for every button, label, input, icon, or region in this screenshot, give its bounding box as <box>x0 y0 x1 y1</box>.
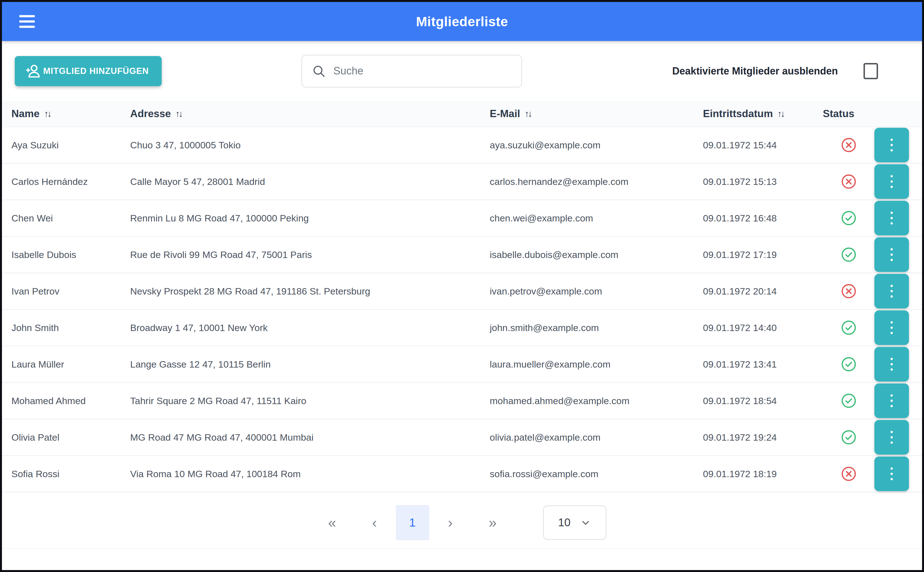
member-list-app: Mitgliederliste MITGLIED HINZUFÜGEN Deak… <box>0 0 924 572</box>
cell-address: Broadway 1 47, 10001 New York <box>130 322 490 333</box>
column-header-label: Status <box>823 108 854 120</box>
cell-joined-date: 09.01.1972 14:40 <box>703 322 823 333</box>
chevron-down-icon <box>580 517 591 528</box>
cell-address: Lange Gasse 12 47, 10115 Berlin <box>130 359 490 370</box>
cell-joined-date: 09.01.1972 17:19 <box>703 249 823 260</box>
cell-joined-date: 09.01.1972 18:19 <box>703 468 823 479</box>
cell-status <box>823 283 874 299</box>
table-row: Olivia Patel MG Road 47 MG Road 47, 4000… <box>2 420 922 456</box>
cell-actions <box>874 347 922 381</box>
cell-email: carlos.hernandez@example.com <box>490 176 703 187</box>
cell-actions <box>874 128 922 162</box>
check-circle-icon <box>841 356 857 372</box>
cell-actions <box>874 164 922 199</box>
row-menu-button[interactable] <box>874 274 909 308</box>
check-circle-icon <box>841 393 857 409</box>
cell-name: Olivia Patel <box>11 432 130 443</box>
column-header[interactable]: E-Mail ↑↓ <box>490 108 703 120</box>
cell-email: isabelle.dubois@example.com <box>490 249 703 260</box>
x-circle-icon <box>841 283 857 299</box>
cell-joined-date: 09.01.1972 15:44 <box>703 140 823 151</box>
row-menu-button[interactable] <box>874 237 909 272</box>
cell-email: aya.suzuki@example.com <box>490 140 703 151</box>
cell-actions <box>874 311 922 345</box>
cell-status <box>823 429 874 445</box>
search-input[interactable] <box>333 65 512 77</box>
check-circle-icon <box>841 210 857 226</box>
hide-disabled-group: Deaktivierte Mitglieder ausblenden <box>672 63 878 79</box>
column-header[interactable]: Eintrittsdatum ↑↓ <box>703 108 823 120</box>
row-menu-button[interactable] <box>874 384 909 418</box>
add-member-button-label: MITGLIED HINZUFÜGEN <box>43 66 149 76</box>
cell-actions <box>874 384 922 418</box>
cell-status <box>823 393 874 409</box>
cell-actions <box>874 237 922 272</box>
table-row: Aya Suzuki Chuo 3 47, 1000005 Tokio aya.… <box>2 127 922 164</box>
column-header-label: E-Mail <box>490 108 520 120</box>
row-menu-button[interactable] <box>874 128 909 162</box>
prev-page-button[interactable]: ‹ <box>353 515 396 530</box>
cell-address: MG Road 47 MG Road 47, 400001 Mumbai <box>130 432 490 443</box>
x-circle-icon <box>841 137 857 153</box>
toolbar: MITGLIED HINZUFÜGEN Deaktivierte Mitglie… <box>2 41 922 101</box>
cell-status <box>823 174 874 190</box>
cell-actions <box>874 457 922 491</box>
cell-name: Carlos Hernández <box>11 176 130 187</box>
cell-name: Aya Suzuki <box>11 140 130 151</box>
column-header-label: Name <box>11 108 40 120</box>
cell-email: olivia.patel@example.com <box>490 432 703 443</box>
current-page-indicator[interactable]: 1 <box>396 505 429 540</box>
table-row: John Smith Broadway 1 47, 10001 New York… <box>2 310 922 347</box>
first-page-button[interactable]: « <box>311 515 353 530</box>
cell-email: chen.wei@example.com <box>490 213 703 224</box>
next-page-button[interactable]: › <box>429 515 471 530</box>
pagination: « ‹ 1 › » 10 <box>2 497 922 548</box>
last-page-button[interactable]: » <box>471 515 514 530</box>
app-bar: Mitgliederliste <box>2 2 922 41</box>
cell-joined-date: 09.01.1972 15:13 <box>703 176 823 187</box>
search-icon <box>312 64 326 78</box>
row-menu-button[interactable] <box>874 311 909 345</box>
hide-disabled-checkbox[interactable] <box>864 63 878 79</box>
column-header[interactable]: Name ↑↓ <box>11 108 130 120</box>
cell-status <box>823 210 874 226</box>
row-menu-button[interactable] <box>874 347 909 381</box>
cell-status <box>823 137 874 153</box>
cell-email: john.smith@example.com <box>490 322 703 333</box>
x-circle-icon <box>841 466 857 482</box>
cell-address: Tahrir Square 2 MG Road 47, 11511 Kairo <box>130 395 490 406</box>
cell-name: John Smith <box>11 322 130 333</box>
sort-icon[interactable]: ↑↓ <box>175 109 182 119</box>
page-size-value: 10 <box>558 516 571 529</box>
cell-email: mohamed.ahmed@example.com <box>490 395 703 406</box>
row-menu-button[interactable] <box>874 164 909 199</box>
cell-address: Calle Mayor 5 47, 28001 Madrid <box>130 176 490 187</box>
cell-address: Via Roma 10 MG Road 47, 100184 Rom <box>130 468 490 479</box>
cell-name: Ivan Petrov <box>11 286 130 297</box>
row-menu-button[interactable] <box>874 420 909 455</box>
table-body: Aya Suzuki Chuo 3 47, 1000005 Tokio aya.… <box>2 127 922 493</box>
page-size-select[interactable]: 10 <box>543 505 606 540</box>
cell-joined-date: 09.01.1972 18:54 <box>703 395 823 406</box>
person-add-icon <box>24 63 40 79</box>
cell-actions <box>874 420 922 455</box>
cell-email: ivan.petrov@example.com <box>490 286 703 297</box>
cell-name: Chen Wei <box>11 213 130 224</box>
add-member-button[interactable]: MITGLIED HINZUFÜGEN <box>15 56 162 86</box>
cell-address: Nevsky Prospekt 28 MG Road 47, 191186 St… <box>130 286 490 297</box>
column-header[interactable]: Adresse ↑↓ <box>130 108 490 120</box>
hide-disabled-label: Deaktivierte Mitglieder ausblenden <box>672 65 838 77</box>
table-row: Laura Müller Lange Gasse 12 47, 10115 Be… <box>2 347 922 383</box>
sort-icon[interactable]: ↑↓ <box>777 109 784 119</box>
cell-email: laura.mueller@example.com <box>490 359 703 370</box>
row-menu-button[interactable] <box>874 457 909 491</box>
sort-icon[interactable]: ↑↓ <box>525 109 531 119</box>
column-header[interactable]: Status <box>823 108 874 120</box>
cell-address: Renmin Lu 8 MG Road 47, 100000 Peking <box>130 213 490 224</box>
row-menu-button[interactable] <box>874 201 909 235</box>
table-row: Chen Wei Renmin Lu 8 MG Road 47, 100000 … <box>2 200 922 237</box>
sort-icon[interactable]: ↑↓ <box>44 109 50 119</box>
cell-status <box>823 247 874 263</box>
check-circle-icon <box>841 247 857 263</box>
table-row: Isabelle Dubois Rue de Rivoli 99 MG Road… <box>2 237 922 273</box>
